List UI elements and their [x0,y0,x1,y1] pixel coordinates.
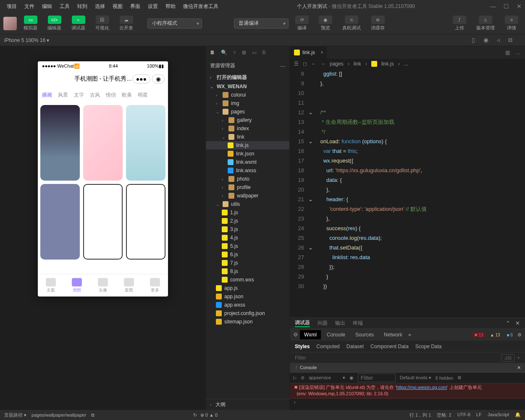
files-icon[interactable]: 🗎 [210,50,215,55]
tab-couple[interactable]: 情侣 [103,92,118,99]
code-editor[interactable]: 8910111213141516171819202122232425262728… [290,69,525,318]
st-scope[interactable]: Scope Data [415,344,442,349]
version-button[interactable]: ⎌版本管理 [473,15,498,32]
file-3js[interactable]: 3.js [206,225,289,234]
levels-select[interactable]: Default levels ▾ [400,375,431,381]
ext-icon[interactable]: ⊞ [242,50,246,55]
folder-wallpaper[interactable]: ›wallpaper [206,192,289,200]
visual-button[interactable]: 田可视化 [92,15,113,32]
wallpaper-thumb[interactable] [126,184,165,260]
file-1js[interactable]: 1.js [206,208,289,217]
menu-settings[interactable]: 设置 [144,1,161,12]
eye-icon[interactable]: ◉ [349,375,354,381]
outline-section[interactable]: › 大纲 [206,399,289,410]
folder-pages[interactable]: ⌄pages [206,108,289,116]
nav-avatar[interactable]: 头像 [98,278,108,293]
wallpaper-thumb[interactable] [40,105,80,181]
tab-scenery[interactable]: 风景 [55,92,71,99]
hidden-count[interactable]: 6 hidden [436,375,453,381]
menu-select[interactable]: 选择 [92,1,108,12]
close-tab-icon[interactable]: × [320,50,323,55]
compile-select[interactable]: 普通编译 [234,18,289,29]
phone-image-grid[interactable] [38,102,168,274]
warning-count[interactable]: ▲ 13 [488,332,502,338]
back-icon[interactable]: ← [311,61,316,67]
console-gear-icon[interactable]: ⚙ [457,375,462,381]
close-icon[interactable]: ✕ [517,3,522,10]
menu-view[interactable]: 视图 [109,1,126,12]
search-icon[interactable]: 🔍 [221,50,227,55]
page-path-label[interactable]: 页面路径 ▾ [4,412,26,418]
st-computed[interactable]: Computed [316,344,339,349]
gear-icon[interactable]: ⚙ [517,332,522,338]
phone-icon[interactable]: ▯ [472,37,475,44]
nav-chaotu[interactable]: 潮图 [72,278,82,293]
folder-profile[interactable]: ›profile [206,183,289,192]
error-count[interactable]: ✖ 13 [472,332,486,338]
record-icon[interactable]: ◉ [483,37,488,44]
file-7js[interactable]: 7.js [206,259,289,267]
branch-icon[interactable]: ⑂ [233,50,236,55]
fold-gutter[interactable]: ⌄⌄⌄⌄ [308,69,314,318]
upload-button[interactable]: ⤴上传 [449,15,470,32]
tab-link-js[interactable]: link.js × [290,46,327,59]
plug-icon[interactable]: ⎘ [262,50,265,55]
console-stop-icon[interactable]: ▷ [293,375,297,381]
mode-select[interactable]: 小程序模式 [147,18,202,29]
tab-classical[interactable]: 古风 [87,92,102,99]
file-link-json[interactable]: link.json [206,150,289,158]
folder-img[interactable]: ›img [206,99,289,108]
project-root[interactable]: ⌄WX_WENAN [206,82,289,91]
console-clear-icon[interactable]: ⊘ [301,375,304,381]
cls-toggle[interactable]: .cls [501,354,514,362]
cloud-button[interactable]: ☁云开发 [116,15,136,32]
styles-filter[interactable]: Filter [295,355,306,361]
code-content[interactable]: gglist: [] }, /** * 生命周期函数--监听页面加载 */ on… [314,69,525,318]
more-icon[interactable]: … [516,50,521,55]
file-8js[interactable]: 8.js [206,267,289,276]
bell-icon[interactable]: 🔔 [515,412,521,418]
tab-problems[interactable]: 问题 [318,320,328,327]
add-style-icon[interactable]: + [517,355,520,361]
file-2js[interactable]: 2.js [206,217,289,225]
file-6js[interactable]: 6.js [206,250,289,259]
nav-taotu[interactable]: 套图 [124,278,134,293]
menu-ui[interactable]: 界面 [127,1,144,12]
menu-file[interactable]: 文件 [21,1,38,12]
capsule-close-icon[interactable]: ◉ [152,74,165,84]
list-icon[interactable]: ☰ [294,61,299,67]
debugger-button[interactable]: ⌁调试器 [68,15,89,32]
nav-more[interactable]: 更多 [150,278,160,293]
devtools-more-icon[interactable]: » [408,332,411,338]
menu-help[interactable]: 帮助 [162,1,179,12]
file-app-js[interactable]: app.js [206,284,289,292]
folder-index[interactable]: ›index [206,124,289,133]
folder-photo[interactable]: ›photo [206,175,289,183]
file-5js[interactable]: 5.js [206,242,289,250]
folder-link[interactable]: ⌄link [206,133,289,141]
file-project-config[interactable]: project.config.json [206,309,289,318]
file-link-js[interactable]: link.js [206,141,289,150]
tab-debugger[interactable]: 调试器 [295,319,310,327]
avatar[interactable] [3,17,17,30]
file-4js[interactable]: 4.js [206,234,289,242]
dt-network[interactable]: Network [380,330,407,339]
tab-text[interactable]: 文字 [71,92,87,99]
st-styles[interactable]: Styles [295,344,310,349]
status-lang[interactable]: JavaScript [488,412,509,418]
wallpaper-thumb[interactable] [40,184,80,260]
file-sitemap[interactable]: sitemap.json [206,318,289,326]
status-encoding[interactable]: UTF-8 [457,412,470,418]
status-spaces[interactable]: 空格: 2 [437,412,451,418]
status-line-col[interactable]: 行 1，列 1 [410,412,431,418]
details-button[interactable]: ≡详情 [501,15,522,32]
st-dataset[interactable]: Dataset [346,344,364,349]
error-link[interactable]: https://mp.weixin.qq.com [396,385,447,390]
copy-icon[interactable]: ⧉ [91,412,94,418]
clearcache-button[interactable]: ≋清缓存 [368,15,388,32]
menu-goto[interactable]: 转到 [74,1,91,12]
minimize-icon[interactable]: — [490,3,496,10]
wallpaper-thumb[interactable] [83,184,123,260]
inspect-icon[interactable]: ⯐ [293,332,298,338]
menu-wechat-devtools[interactable]: 微信开发者工具 [180,1,222,12]
